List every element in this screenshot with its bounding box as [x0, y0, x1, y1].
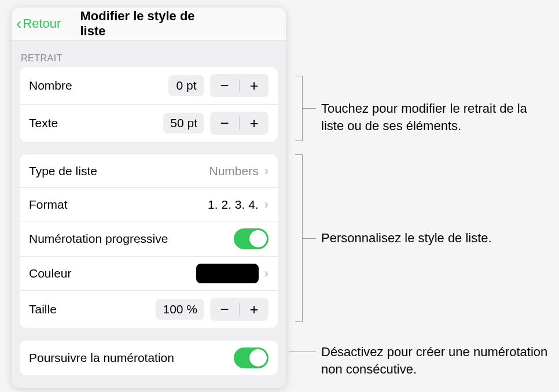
callout-numerotation: Désactivez pour créer une numérotation n… — [321, 343, 558, 378]
type-liste-row[interactable]: Type de liste Numbers › — [20, 154, 278, 188]
texte-row: Texte 50 pt − + — [20, 105, 278, 142]
texte-stepper: − + — [210, 112, 269, 135]
format-label: Format — [29, 198, 68, 212]
color-swatch — [196, 264, 259, 283]
texte-decrement-button[interactable]: − — [210, 112, 239, 135]
nombre-decrement-button[interactable]: − — [210, 74, 239, 97]
taille-label: Taille — [29, 302, 57, 316]
taille-row: Taille 100 % − + — [20, 291, 278, 328]
nombre-increment-button[interactable]: + — [240, 74, 269, 97]
callout-line — [302, 108, 316, 109]
panel-header: ‹ Retour Modifier le style de liste — [12, 8, 286, 40]
taille-decrement-button[interactable]: − — [210, 298, 239, 321]
callout-style: Personnalisez le style de liste. — [321, 230, 506, 247]
nombre-controls: 0 pt − + — [168, 74, 269, 97]
poursuivre-row: Poursuivre la numérotation — [20, 341, 278, 375]
style-group: Type de liste Numbers › Format 1. 2. 3. … — [20, 154, 278, 328]
back-label: Retour — [23, 16, 61, 31]
texte-label: Texte — [29, 116, 58, 130]
nombre-value[interactable]: 0 pt — [168, 75, 204, 96]
format-row[interactable]: Format 1. 2. 3. 4. › — [20, 188, 278, 221]
texte-increment-button[interactable]: + — [240, 112, 269, 135]
callout-line — [289, 352, 316, 352]
type-liste-value: Numbers — [209, 164, 258, 178]
type-liste-value-area: Numbers › — [209, 164, 269, 179]
couleur-value-area: › — [196, 264, 269, 283]
texte-controls: 50 pt − + — [163, 112, 269, 135]
retrait-section-header: RETRAIT — [12, 40, 286, 67]
couleur-row[interactable]: Couleur › — [20, 257, 278, 291]
callout-line — [302, 238, 316, 239]
callout-retrait: Touchez pour modifier le retrait de la l… — [321, 100, 547, 134]
format-value: 1. 2. 3. 4. — [208, 198, 259, 212]
type-liste-label: Type de liste — [29, 164, 97, 178]
poursuivre-toggle[interactable] — [234, 347, 269, 368]
numerotation-progressive-label: Numérotation progressive — [29, 232, 168, 246]
taille-stepper: − + — [210, 298, 269, 321]
chevron-right-icon: › — [264, 197, 269, 212]
retrait-group: Nombre 0 pt − + Texte 50 pt − + — [20, 67, 278, 142]
toggle-knob — [249, 230, 267, 247]
nombre-label: Nombre — [29, 79, 72, 93]
numerotation-progressive-row: Numérotation progressive — [20, 221, 278, 257]
poursuivre-group: Poursuivre la numérotation — [20, 341, 278, 375]
settings-panel: ‹ Retour Modifier le style de liste RETR… — [12, 8, 286, 388]
chevron-right-icon: › — [264, 164, 269, 179]
chevron-left-icon: ‹ — [16, 14, 21, 33]
taille-increment-button[interactable]: + — [240, 298, 269, 321]
nombre-row: Nombre 0 pt − + — [20, 67, 278, 105]
taille-value[interactable]: 100 % — [156, 299, 204, 320]
chevron-right-icon: › — [264, 266, 269, 281]
numerotation-progressive-toggle[interactable] — [234, 228, 269, 249]
texte-value[interactable]: 50 pt — [163, 113, 204, 134]
nombre-stepper: − + — [210, 74, 269, 97]
couleur-label: Couleur — [29, 267, 72, 280]
taille-controls: 100 % − + — [156, 298, 269, 321]
poursuivre-label: Poursuivre la numérotation — [29, 351, 174, 365]
format-value-area: 1. 2. 3. 4. › — [208, 197, 269, 212]
toggle-knob — [249, 349, 267, 367]
back-button[interactable]: ‹ Retour — [16, 14, 61, 33]
panel-title: Modifier le style de liste — [80, 9, 218, 39]
